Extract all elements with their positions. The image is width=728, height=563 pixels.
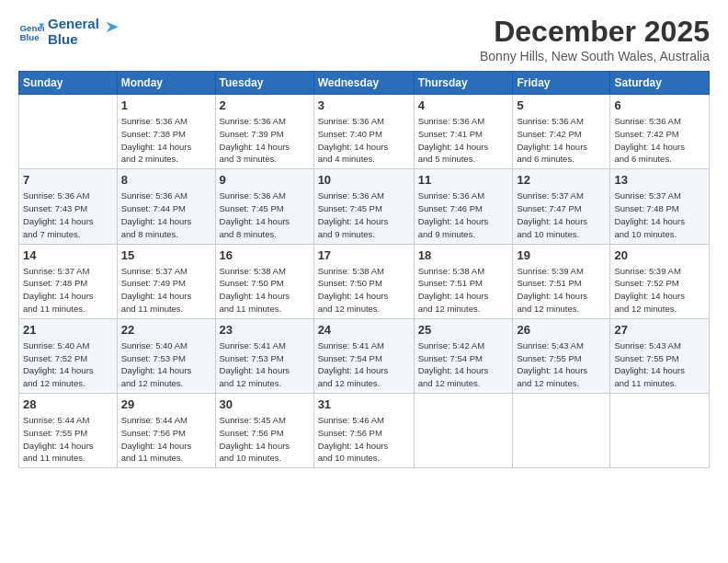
cell-info: Sunrise: 5:44 AM Sunset: 7:56 PM Dayligh… xyxy=(121,414,211,465)
cell-info: Sunrise: 5:36 AM Sunset: 7:46 PM Dayligh… xyxy=(418,190,509,240)
calendar-cell: 9Sunrise: 5:36 AM Sunset: 7:45 PM Daylig… xyxy=(215,169,313,244)
logo-line1: General xyxy=(48,17,99,32)
calendar-cell: 3Sunrise: 5:36 AM Sunset: 7:40 PM Daylig… xyxy=(313,95,414,169)
calendar-cell: 31Sunrise: 5:46 AM Sunset: 7:56 PM Dayli… xyxy=(313,394,414,468)
header: General Blue General Blue December 2025 … xyxy=(18,15,710,63)
calendar-cell: 10Sunrise: 5:36 AM Sunset: 7:45 PM Dayli… xyxy=(313,169,414,244)
day-number: 1 xyxy=(121,98,211,114)
day-number: 16 xyxy=(220,247,310,264)
cell-info: Sunrise: 5:45 AM Sunset: 7:56 PM Dayligh… xyxy=(220,414,310,465)
cell-info: Sunrise: 5:36 AM Sunset: 7:39 PM Dayligh… xyxy=(220,115,310,166)
location-title: Bonny Hills, New South Wales, Australia xyxy=(480,49,710,63)
calendar-cell: 27Sunrise: 5:43 AM Sunset: 7:55 PM Dayli… xyxy=(610,318,710,393)
day-number: 18 xyxy=(418,247,509,264)
day-number: 5 xyxy=(517,98,606,114)
day-number: 7 xyxy=(23,172,113,189)
calendar-cell: 26Sunrise: 5:43 AM Sunset: 7:55 PM Dayli… xyxy=(513,318,610,393)
day-header-wednesday: Wednesday xyxy=(313,72,414,95)
day-number: 6 xyxy=(614,98,705,114)
day-number: 3 xyxy=(318,98,410,114)
calendar-cell: 29Sunrise: 5:44 AM Sunset: 7:56 PM Dayli… xyxy=(117,394,215,468)
day-number: 20 xyxy=(614,247,705,264)
calendar-cell: 14Sunrise: 5:37 AM Sunset: 7:48 PM Dayli… xyxy=(19,244,118,318)
calendar-cell: 16Sunrise: 5:38 AM Sunset: 7:50 PM Dayli… xyxy=(215,244,313,318)
svg-text:Blue: Blue xyxy=(19,31,40,41)
calendar-cell: 20Sunrise: 5:39 AM Sunset: 7:52 PM Dayli… xyxy=(610,244,710,318)
day-number: 17 xyxy=(318,247,410,264)
day-number: 24 xyxy=(318,322,410,339)
day-number: 4 xyxy=(418,98,509,114)
cell-info: Sunrise: 5:46 AM Sunset: 7:56 PM Dayligh… xyxy=(318,414,410,465)
cell-info: Sunrise: 5:38 AM Sunset: 7:50 PM Dayligh… xyxy=(318,265,410,316)
logo-line2: Blue xyxy=(48,32,99,48)
cell-info: Sunrise: 5:36 AM Sunset: 7:42 PM Dayligh… xyxy=(517,115,606,166)
calendar-cell: 25Sunrise: 5:42 AM Sunset: 7:54 PM Dayli… xyxy=(414,318,513,393)
day-number: 12 xyxy=(517,172,606,189)
cell-info: Sunrise: 5:40 AM Sunset: 7:53 PM Dayligh… xyxy=(121,339,211,390)
day-number: 2 xyxy=(220,98,310,114)
day-number: 14 xyxy=(23,247,113,264)
day-number: 19 xyxy=(517,247,606,264)
calendar-cell: 30Sunrise: 5:45 AM Sunset: 7:56 PM Dayli… xyxy=(215,394,313,468)
logo-icon: General Blue xyxy=(18,18,44,44)
calendar-cell: 7Sunrise: 5:36 AM Sunset: 7:43 PM Daylig… xyxy=(19,169,118,244)
cell-info: Sunrise: 5:37 AM Sunset: 7:47 PM Dayligh… xyxy=(517,190,606,240)
week-row-2: 7Sunrise: 5:36 AM Sunset: 7:43 PM Daylig… xyxy=(19,169,710,244)
calendar-cell: 21Sunrise: 5:40 AM Sunset: 7:52 PM Dayli… xyxy=(19,318,118,393)
cell-info: Sunrise: 5:43 AM Sunset: 7:55 PM Dayligh… xyxy=(517,339,606,390)
week-row-1: 1Sunrise: 5:36 AM Sunset: 7:38 PM Daylig… xyxy=(19,95,710,169)
calendar-cell: 6Sunrise: 5:36 AM Sunset: 7:42 PM Daylig… xyxy=(610,95,710,169)
calendar-cell: 24Sunrise: 5:41 AM Sunset: 7:54 PM Dayli… xyxy=(313,318,414,393)
days-header-row: SundayMondayTuesdayWednesdayThursdayFrid… xyxy=(19,72,710,95)
day-number: 28 xyxy=(23,396,113,413)
calendar-cell: 8Sunrise: 5:36 AM Sunset: 7:44 PM Daylig… xyxy=(117,169,215,244)
calendar-cell xyxy=(513,394,610,468)
page: General Blue General Blue December 2025 … xyxy=(0,0,728,563)
day-number: 30 xyxy=(220,396,310,413)
calendar-cell: 2Sunrise: 5:36 AM Sunset: 7:39 PM Daylig… xyxy=(215,95,313,169)
cell-info: Sunrise: 5:36 AM Sunset: 7:42 PM Dayligh… xyxy=(614,115,705,166)
day-number: 10 xyxy=(318,172,410,189)
cell-info: Sunrise: 5:36 AM Sunset: 7:41 PM Dayligh… xyxy=(418,115,509,166)
day-number: 27 xyxy=(614,322,705,339)
month-title: December 2025 xyxy=(480,15,710,49)
calendar-cell: 18Sunrise: 5:38 AM Sunset: 7:51 PM Dayli… xyxy=(414,244,513,318)
day-number: 21 xyxy=(23,322,113,339)
day-header-friday: Friday xyxy=(513,72,610,95)
cell-info: Sunrise: 5:36 AM Sunset: 7:44 PM Dayligh… xyxy=(121,190,211,240)
logo-arrow-icon xyxy=(99,17,119,38)
cell-info: Sunrise: 5:39 AM Sunset: 7:52 PM Dayligh… xyxy=(614,265,705,316)
day-header-tuesday: Tuesday xyxy=(215,72,313,95)
calendar-cell: 19Sunrise: 5:39 AM Sunset: 7:51 PM Dayli… xyxy=(513,244,610,318)
day-header-thursday: Thursday xyxy=(414,72,513,95)
cell-info: Sunrise: 5:38 AM Sunset: 7:51 PM Dayligh… xyxy=(418,265,509,316)
day-number: 26 xyxy=(517,322,606,339)
cell-info: Sunrise: 5:37 AM Sunset: 7:48 PM Dayligh… xyxy=(23,265,113,316)
calendar-cell xyxy=(414,394,513,468)
calendar-cell: 23Sunrise: 5:41 AM Sunset: 7:53 PM Dayli… xyxy=(215,318,313,393)
cell-info: Sunrise: 5:40 AM Sunset: 7:52 PM Dayligh… xyxy=(23,339,113,390)
week-row-4: 21Sunrise: 5:40 AM Sunset: 7:52 PM Dayli… xyxy=(19,318,710,393)
logo: General Blue General Blue xyxy=(18,15,119,47)
day-header-monday: Monday xyxy=(117,72,215,95)
day-number: 31 xyxy=(318,396,410,413)
calendar-cell: 4Sunrise: 5:36 AM Sunset: 7:41 PM Daylig… xyxy=(414,95,513,169)
day-number: 11 xyxy=(418,172,509,189)
cell-info: Sunrise: 5:37 AM Sunset: 7:49 PM Dayligh… xyxy=(121,265,211,316)
calendar-cell: 13Sunrise: 5:37 AM Sunset: 7:48 PM Dayli… xyxy=(610,169,710,244)
cell-info: Sunrise: 5:36 AM Sunset: 7:40 PM Dayligh… xyxy=(318,115,410,166)
cell-info: Sunrise: 5:38 AM Sunset: 7:50 PM Dayligh… xyxy=(220,265,310,316)
day-header-saturday: Saturday xyxy=(610,72,710,95)
day-number: 25 xyxy=(418,322,509,339)
week-row-3: 14Sunrise: 5:37 AM Sunset: 7:48 PM Dayli… xyxy=(19,244,710,318)
calendar-cell: 1Sunrise: 5:36 AM Sunset: 7:38 PM Daylig… xyxy=(117,95,215,169)
svg-marker-3 xyxy=(106,21,118,32)
calendar-cell: 17Sunrise: 5:38 AM Sunset: 7:50 PM Dayli… xyxy=(313,244,414,318)
day-number: 15 xyxy=(121,247,211,264)
calendar-cell: 15Sunrise: 5:37 AM Sunset: 7:49 PM Dayli… xyxy=(117,244,215,318)
calendar-cell: 12Sunrise: 5:37 AM Sunset: 7:47 PM Dayli… xyxy=(513,169,610,244)
calendar-table: SundayMondayTuesdayWednesdayThursdayFrid… xyxy=(18,71,710,468)
title-area: December 2025 Bonny Hills, New South Wal… xyxy=(480,15,710,63)
cell-info: Sunrise: 5:39 AM Sunset: 7:51 PM Dayligh… xyxy=(517,265,606,316)
cell-info: Sunrise: 5:36 AM Sunset: 7:38 PM Dayligh… xyxy=(121,115,211,166)
